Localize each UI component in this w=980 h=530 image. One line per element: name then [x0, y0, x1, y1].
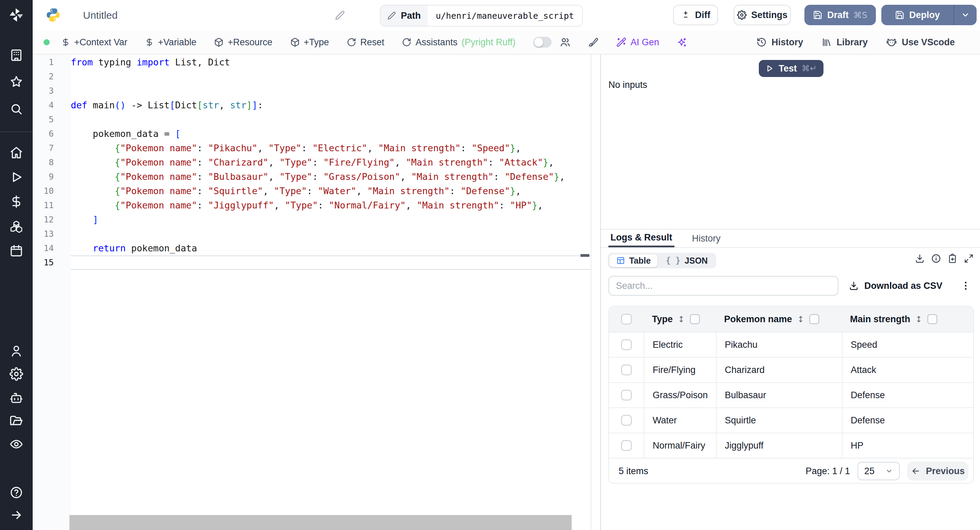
select-all-checkbox[interactable]: [621, 314, 632, 325]
sidebar-item-expand-sidebar[interactable]: [10, 508, 23, 522]
code-line: pokemon_data = [: [71, 127, 591, 141]
sort-icon[interactable]: [796, 315, 805, 324]
column-filter-box[interactable]: [927, 314, 937, 324]
use-vscode-button[interactable]: Use VScode: [886, 37, 955, 48]
download-csv-button[interactable]: Download as CSV: [849, 276, 943, 296]
panel-splitter[interactable]: [591, 54, 601, 530]
deploy-label: Deploy: [909, 10, 940, 21]
table-header-row: TypePokemon nameMain strength: [609, 307, 973, 332]
draft-label: Draft: [827, 10, 849, 21]
table-view-label: Table: [629, 256, 651, 266]
add-type-label: +Type: [304, 37, 329, 48]
column-header-pokemon-name: Pokemon name: [716, 307, 842, 332]
sidebar-item-help[interactable]: [10, 486, 23, 499]
use-vscode-label: Use VScode: [902, 37, 955, 48]
library-button[interactable]: Library: [821, 37, 868, 48]
deploy-dropdown-button[interactable]: [953, 5, 977, 25]
ai-gen-button[interactable]: AI Gen: [616, 37, 659, 48]
copy-clipboard-icon[interactable]: [947, 254, 958, 263]
sparkles-icon[interactable]: [677, 37, 687, 47]
library-label: Library: [837, 37, 868, 48]
line-number: 2: [33, 69, 71, 84]
add-resource-button[interactable]: +Resource: [214, 37, 272, 48]
assistants-button[interactable]: Assistants (Pyright Ruff): [402, 37, 515, 48]
add-type-button[interactable]: +Type: [290, 37, 329, 48]
row-checkbox[interactable]: [621, 364, 632, 375]
row-checkbox[interactable]: [621, 440, 632, 451]
code-line: {"Pokemon name": "Bulbasaur", "Type": "G…: [71, 170, 591, 184]
code-editor[interactable]: 123456789101112131415 from typing import…: [33, 54, 591, 530]
path-field[interactable]: Path u/henri/maneuverable_script: [380, 5, 583, 27]
windmill-logo-icon[interactable]: [8, 7, 24, 23]
edit-title-pencil-icon[interactable]: [335, 10, 345, 21]
column-filter-box[interactable]: [690, 314, 700, 324]
column-filter-box[interactable]: [809, 314, 819, 324]
view-toggle-json[interactable]: { } JSON: [659, 254, 714, 267]
diff-button[interactable]: Diff: [673, 5, 718, 25]
sidebar-item-resources[interactable]: [10, 219, 23, 233]
sidebar-item-users[interactable]: [10, 344, 23, 358]
search-input[interactable]: [608, 276, 838, 296]
code-line: ]: [71, 212, 591, 227]
sidebar-item-workspace[interactable]: [10, 48, 23, 62]
add-resource-label: +Resource: [228, 37, 272, 48]
package-icon: [290, 37, 300, 47]
previous-page-button[interactable]: Previous: [907, 461, 969, 481]
horizontal-scrollbar[interactable]: [69, 515, 572, 530]
sidebar-item-runs[interactable]: [10, 170, 23, 184]
code-line: def main() -> List[Dict[str, str]]:: [71, 98, 591, 112]
sort-icon[interactable]: [914, 315, 923, 324]
view-toggle-table[interactable]: Table: [609, 254, 657, 267]
row-checkbox[interactable]: [621, 339, 632, 350]
reset-button[interactable]: Reset: [347, 37, 385, 48]
path-value[interactable]: u/henri/maneuverable_script: [428, 5, 582, 26]
code-line: return pokemon_data: [71, 241, 591, 255]
sidebar-item-favorites[interactable]: [10, 75, 23, 89]
sidebar-item-settings[interactable]: [10, 367, 23, 381]
magic-wand-icon: [616, 37, 627, 47]
row-checkbox[interactable]: [621, 390, 632, 401]
dollar-icon: [61, 38, 70, 47]
chevron-down-icon: [961, 11, 970, 19]
draft-button[interactable]: Draft ⌘S: [804, 5, 876, 25]
code-area[interactable]: from typing import List, Dictdef main() …: [71, 55, 591, 270]
play-icon: [765, 64, 774, 73]
add-variable-button[interactable]: +Variable: [145, 37, 196, 48]
sidebar-item-folders[interactable]: [10, 413, 23, 427]
history-button[interactable]: History: [756, 37, 803, 48]
tab-logs-result[interactable]: Logs & Result: [608, 230, 675, 247]
sidebar-item-search[interactable]: [10, 102, 23, 116]
draft-shortcut: ⌘S: [853, 10, 867, 20]
settings-button[interactable]: Settings: [733, 5, 791, 25]
sidebar-item-home[interactable]: [10, 146, 23, 160]
row-checkbox[interactable]: [621, 415, 632, 426]
braces-icon: { }: [666, 256, 680, 265]
users-icon[interactable]: [560, 37, 571, 48]
table-cell: Water: [644, 408, 716, 433]
page-size-select[interactable]: 25: [858, 462, 900, 480]
add-context-var-button[interactable]: +Context Var: [61, 37, 127, 48]
expand-icon[interactable]: [964, 254, 974, 263]
sidebar-item-variables[interactable]: [10, 195, 23, 208]
status-ready-dot: [43, 39, 50, 45]
deploy-button[interactable]: Deploy: [881, 5, 953, 25]
download-icon[interactable]: [915, 254, 925, 263]
tab-history[interactable]: History: [692, 230, 721, 247]
format-brush-icon[interactable]: [588, 37, 598, 47]
table-cell: Grass/Poison: [644, 383, 716, 407]
sort-icon[interactable]: [677, 315, 686, 324]
page-title: Untitled: [83, 0, 118, 31]
column-label: Pokemon name: [724, 314, 792, 325]
sidebar-item-schedules[interactable]: [10, 244, 23, 257]
sidebar-item-workers[interactable]: [10, 391, 23, 405]
column-label: Type: [652, 314, 673, 325]
items-count: 5 items: [609, 466, 648, 477]
result-actions: [915, 254, 974, 263]
test-button[interactable]: Test ⌘↵: [759, 60, 824, 77]
assistant-toggle[interactable]: [533, 37, 552, 48]
more-options-kebab-icon[interactable]: [960, 276, 971, 296]
top-bar: Untitled Path u/henri/maneuverable_scrip…: [33, 0, 980, 31]
table-cell: Pikachu: [716, 332, 842, 357]
sidebar-item-audit-logs[interactable]: [10, 437, 23, 451]
info-icon[interactable]: [931, 254, 941, 263]
